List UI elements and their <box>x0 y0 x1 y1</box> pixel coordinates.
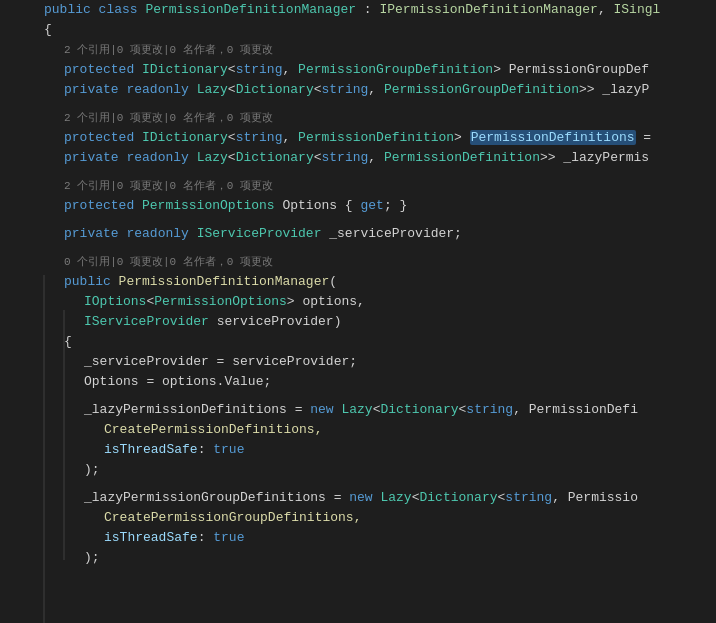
token: ); <box>84 550 100 565</box>
token: string <box>322 82 369 97</box>
token: : <box>198 442 214 457</box>
code-line: public PermissionDefinitionManager( <box>0 272 716 292</box>
line-content: IServiceProvider serviceProvider) <box>40 312 716 332</box>
code-line: ); <box>0 548 716 568</box>
code-line: 2 个引用|0 项更改|0 名作者，0 项更改 <box>0 40 716 60</box>
code-meta: 2 个引用|0 项更改|0 名作者，0 项更改 <box>40 176 716 196</box>
code-line <box>0 244 716 252</box>
line-content: ); <box>40 460 716 480</box>
token: >> _lazyPermis <box>540 150 649 165</box>
line-content: IOptions<PermissionOptions> options, <box>40 292 716 312</box>
line-content: _lazyPermissionGroupDefinitions = new La… <box>40 488 716 508</box>
token: private <box>64 82 126 97</box>
code-line: private readonly Lazy<Dictionary<string,… <box>0 80 716 100</box>
code-line <box>0 392 716 400</box>
code-line: { <box>0 332 716 352</box>
token: PermissionDefinitionManager <box>145 2 356 17</box>
token: = <box>636 130 652 145</box>
token: < <box>228 62 236 77</box>
token: PermissionDefinitionManager <box>119 274 330 289</box>
code-line: public class PermissionDefinitionManager… <box>0 0 716 20</box>
code-line: CreatePermissionGroupDefinitions, <box>0 508 716 528</box>
token: get <box>360 198 383 213</box>
token: string <box>505 490 552 505</box>
token: , <box>282 130 298 145</box>
line-content: protected PermissionOptions Options { ge… <box>40 196 716 216</box>
token: < <box>228 130 236 145</box>
token: string <box>236 130 283 145</box>
line-content: private readonly Lazy<Dictionary<string,… <box>40 148 716 168</box>
code-line: private readonly Lazy<Dictionary<string,… <box>0 148 716 168</box>
token: > PermissionGroupDef <box>493 62 649 77</box>
token: Options = options.Value; <box>84 374 271 389</box>
token: < <box>314 82 322 97</box>
line-content: isThreadSafe: true <box>40 528 716 548</box>
code-meta: 0 个引用|0 项更改|0 名作者，0 项更改 <box>40 252 716 272</box>
token: IPermissionDefinitionManager <box>379 2 597 17</box>
token: PermissionOptions <box>142 198 275 213</box>
token: PermissionDefinitions <box>470 130 636 145</box>
token: { <box>44 22 52 37</box>
token: PermissionGroupDefinition <box>384 82 579 97</box>
code-line <box>0 168 716 176</box>
code-line: 2 个引用|0 项更改|0 名作者，0 项更改 <box>0 176 716 196</box>
code-line: private readonly IServiceProvider _servi… <box>0 224 716 244</box>
token: , PermissionDefi <box>513 402 638 417</box>
code-line: isThreadSafe: true <box>0 440 716 460</box>
token: , <box>282 62 298 77</box>
token: true <box>213 530 244 545</box>
token: CreatePermissionGroupDefinitions, <box>104 510 361 525</box>
token: isThreadSafe <box>104 442 198 457</box>
line-content: public PermissionDefinitionManager( <box>40 272 716 292</box>
line-content: protected IDictionary<string, Permission… <box>40 60 716 80</box>
token: ); <box>84 462 100 477</box>
token: < <box>228 150 236 165</box>
code-meta: 2 个引用|0 项更改|0 名作者，0 项更改 <box>40 108 716 128</box>
token: ; } <box>384 198 407 213</box>
token: PermissionOptions <box>154 294 287 309</box>
token: Lazy <box>380 490 411 505</box>
token: _lazyPermissionDefinitions = <box>84 402 310 417</box>
token: ( <box>329 274 337 289</box>
token: PermissionDefinition <box>298 130 454 145</box>
code-line: isThreadSafe: true <box>0 528 716 548</box>
code-line: 0 个引用|0 项更改|0 名作者，0 项更改 <box>0 252 716 272</box>
token: IOptions <box>84 294 146 309</box>
token: CreatePermissionDefinitions, <box>104 422 322 437</box>
token: , <box>368 150 384 165</box>
line-content: isThreadSafe: true <box>40 440 716 460</box>
token: PermissionDefinition <box>384 150 540 165</box>
code-line: { <box>0 20 716 40</box>
token: Dictionary <box>236 150 314 165</box>
token: IDictionary <box>142 130 228 145</box>
line-content: { <box>40 332 716 352</box>
token: public <box>44 2 99 17</box>
token: : <box>356 2 379 17</box>
token: isThreadSafe <box>104 530 198 545</box>
code-line: protected IDictionary<string, Permission… <box>0 128 716 148</box>
line-content: Options = options.Value; <box>40 372 716 392</box>
line-content: CreatePermissionGroupDefinitions, <box>40 508 716 528</box>
token: Lazy <box>197 150 228 165</box>
token: protected <box>64 198 142 213</box>
token: private <box>64 226 126 241</box>
token: true <box>213 442 244 457</box>
line-content: _lazyPermissionDefinitions = new Lazy<Di… <box>40 400 716 420</box>
token: IServiceProvider <box>197 226 322 241</box>
token: < <box>373 402 381 417</box>
token: string <box>466 402 513 417</box>
code-line: IOptions<PermissionOptions> options, <box>0 292 716 312</box>
token: _serviceProvider; <box>321 226 461 241</box>
token: < <box>228 82 236 97</box>
code-line <box>0 480 716 488</box>
line-content: private readonly Lazy<Dictionary<string,… <box>40 80 716 100</box>
code-line: protected PermissionOptions Options { ge… <box>0 196 716 216</box>
token: Options { <box>275 198 361 213</box>
token: _serviceProvider = serviceProvider; <box>84 354 357 369</box>
token: _lazyPermissionGroupDefinitions = <box>84 490 349 505</box>
line-content: ); <box>40 548 716 568</box>
token: readonly <box>126 226 196 241</box>
token: < <box>412 490 420 505</box>
code-line: ); <box>0 460 716 480</box>
token: Dictionary <box>236 82 314 97</box>
